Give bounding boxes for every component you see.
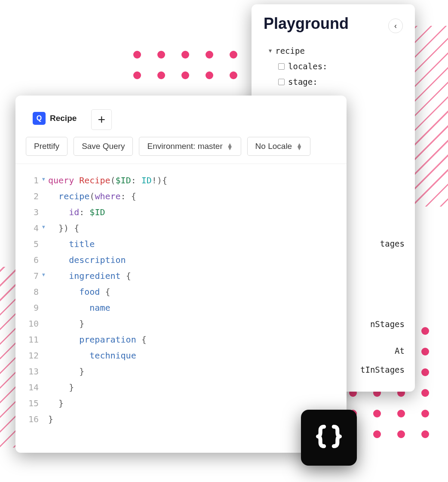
line-number: 12 xyxy=(25,348,42,364)
line-number: 10 xyxy=(25,316,42,332)
line-number: 15 xyxy=(25,395,42,411)
line-number: 1 xyxy=(25,173,42,188)
chevron-left-icon: ‹ xyxy=(394,22,397,31)
fold-caret-icon xyxy=(42,236,48,252)
fold-caret-icon xyxy=(42,316,48,332)
collapse-button[interactable]: ‹ xyxy=(388,19,403,33)
code-editor[interactable]: 1▼query Recipe($ID: ID!){2 recipe(where:… xyxy=(15,164,347,436)
code-line[interactable]: 3 id: $ID xyxy=(25,204,337,220)
fold-caret-icon xyxy=(42,252,48,268)
code-line[interactable]: 10 } xyxy=(25,316,337,332)
button-label: Save Query xyxy=(82,142,125,151)
playground-title: Playground xyxy=(264,15,349,33)
line-number: 2 xyxy=(25,188,42,204)
code-source: recipe(where: { xyxy=(48,188,136,204)
fold-caret-icon xyxy=(42,300,48,316)
code-line[interactable]: 1▼query Recipe($ID: ID!){ xyxy=(25,173,337,188)
toolbar: Prettify Save Query Environment: master … xyxy=(15,132,347,164)
code-source: } xyxy=(48,364,84,380)
code-source: id: $ID xyxy=(48,204,105,220)
code-line[interactable]: 2 recipe(where: { xyxy=(25,188,337,204)
line-number: 6 xyxy=(25,252,42,268)
tab-bar: Q Recipe + xyxy=(15,96,347,132)
code-source: } xyxy=(48,316,84,332)
tree-node-locales[interactable]: locales: xyxy=(264,59,403,74)
code-source: } xyxy=(48,411,53,427)
fold-caret-icon xyxy=(42,380,48,395)
line-number: 11 xyxy=(25,332,42,348)
checkbox-icon[interactable] xyxy=(278,63,285,70)
line-number: 16 xyxy=(25,411,42,427)
code-source: name xyxy=(48,300,110,316)
sort-icon: ▲▼ xyxy=(296,143,302,150)
line-number: 7 xyxy=(25,268,42,284)
decorative-dots xyxy=(133,51,261,79)
tab-label: Recipe xyxy=(50,114,77,123)
locale-selector[interactable]: No Locale ▲▼ xyxy=(247,137,310,156)
environment-selector[interactable]: Environment: master ▲▼ xyxy=(139,137,241,156)
fold-caret-icon xyxy=(42,364,48,380)
partial-text: At xyxy=(395,346,405,355)
tree-node-stage[interactable]: stage: xyxy=(264,74,403,90)
fold-caret-icon xyxy=(42,204,48,220)
button-label: No Locale xyxy=(255,142,292,151)
code-line[interactable]: 6 description xyxy=(25,252,337,268)
code-line[interactable]: 14 } xyxy=(25,380,337,395)
fold-caret-icon[interactable]: ▼ xyxy=(42,173,48,188)
code-line[interactable]: 15 } xyxy=(25,395,337,411)
code-line[interactable]: 7▼ ingredient { xyxy=(25,268,337,284)
code-source: }) { xyxy=(48,220,79,236)
button-label: Environment: master xyxy=(147,142,222,151)
add-tab-button[interactable]: + xyxy=(91,109,112,130)
tree-node-label: locales: xyxy=(288,59,328,74)
tree-node-recipe[interactable]: ▼ recipe xyxy=(264,43,403,59)
code-source: preparation { xyxy=(48,332,147,348)
checkbox-icon[interactable] xyxy=(278,79,285,85)
code-line[interactable]: 13 } xyxy=(25,364,337,380)
code-line[interactable]: 11 preparation { xyxy=(25,332,337,348)
code-source: } xyxy=(48,380,74,395)
button-label: Prettify xyxy=(34,142,59,151)
prettify-button[interactable]: Prettify xyxy=(26,137,68,156)
line-number: 13 xyxy=(25,364,42,380)
fold-caret-icon xyxy=(42,188,48,204)
sort-icon: ▲▼ xyxy=(227,143,233,150)
save-query-button[interactable]: Save Query xyxy=(74,137,133,156)
code-line[interactable]: 8 food { xyxy=(25,284,337,300)
code-line[interactable]: 4▼ }) { xyxy=(25,220,337,236)
json-tile[interactable] xyxy=(301,410,357,466)
braces-icon xyxy=(314,423,344,452)
code-source: query Recipe($ID: ID!){ xyxy=(48,173,167,188)
partial-text: nStages xyxy=(370,319,405,329)
query-badge-icon: Q xyxy=(33,112,46,125)
code-line[interactable]: 12 technique xyxy=(25,348,337,364)
fold-caret-icon xyxy=(42,395,48,411)
line-number: 3 xyxy=(25,204,42,220)
tree-node-label: recipe xyxy=(275,43,305,59)
fold-caret-icon xyxy=(42,332,48,348)
code-source: food { xyxy=(48,284,110,300)
line-number: 9 xyxy=(25,300,42,316)
code-source: description xyxy=(48,252,126,268)
code-source: ingredient { xyxy=(48,268,131,284)
fold-caret-icon xyxy=(42,411,48,427)
caret-down-icon: ▼ xyxy=(269,46,272,56)
line-number: 14 xyxy=(25,380,42,395)
code-line[interactable]: 5 title xyxy=(25,236,337,252)
code-line[interactable]: 16} xyxy=(25,411,337,427)
code-source: title xyxy=(48,236,95,252)
fold-caret-icon xyxy=(42,284,48,300)
fold-caret-icon[interactable]: ▼ xyxy=(42,220,48,236)
partial-text: tInStages xyxy=(360,365,405,374)
line-number: 4 xyxy=(25,220,42,236)
plus-icon: + xyxy=(98,112,106,127)
code-source: } xyxy=(48,395,64,411)
schema-tree[interactable]: ▼ recipe locales: stage: xyxy=(264,43,403,90)
fold-caret-icon[interactable]: ▼ xyxy=(42,268,48,284)
partial-text: tages xyxy=(380,239,405,248)
fold-caret-icon xyxy=(42,348,48,364)
tab-recipe[interactable]: Q Recipe xyxy=(26,108,83,132)
tree-node-label: stage: xyxy=(288,74,318,90)
line-number: 8 xyxy=(25,284,42,300)
code-line[interactable]: 9 name xyxy=(25,300,337,316)
